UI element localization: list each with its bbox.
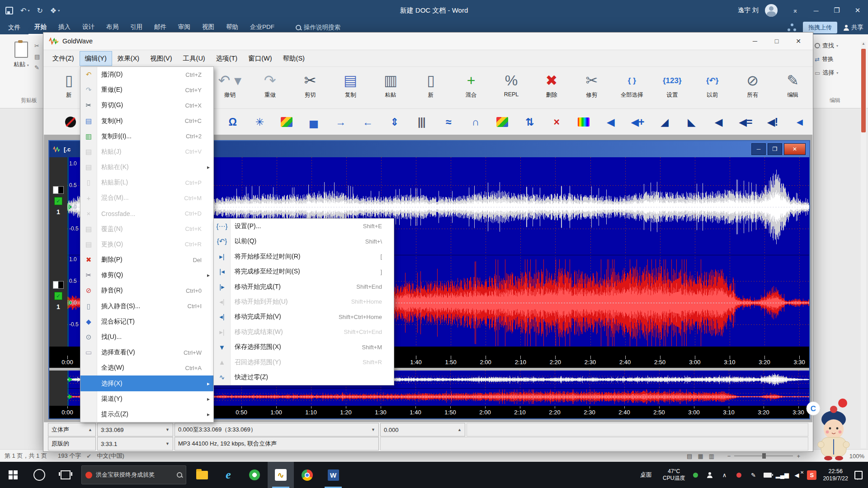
read-mode-icon[interactable]: ▤ xyxy=(687,453,692,460)
toolbar-button[interactable]: ⊘所有 xyxy=(732,67,773,107)
effect-button[interactable]: ◀= xyxy=(732,112,759,132)
action-center-button[interactable] xyxy=(854,471,863,479)
effect-button[interactable]: Ω xyxy=(219,112,246,132)
web-layout-icon[interactable]: ▥ xyxy=(709,453,714,460)
effect-button[interactable] xyxy=(570,112,597,132)
tab-引用[interactable]: 引用 xyxy=(124,20,148,34)
edit-menu-item[interactable]: 渠道(Y)▸ xyxy=(80,391,213,407)
ribbon-display-options-button[interactable]: ⌅ xyxy=(785,0,806,21)
tab-帮助[interactable]: 帮助 xyxy=(220,20,244,34)
select-submenu-item[interactable]: {⋯}设置(P)...Shift+E xyxy=(214,219,394,234)
edit-menu-item[interactable]: ×Crossfade...Ctrl+D xyxy=(80,206,213,221)
toolbar-button[interactable]: ✖删除 xyxy=(531,67,571,107)
edit-menu-item[interactable]: ↷重做(E)Ctrl+Y xyxy=(80,82,213,98)
channel-enabled-checkbox[interactable]: ✓ xyxy=(54,292,62,300)
selection-field[interactable]: 0.000至3:33.069（3:33.069）▼ xyxy=(175,423,379,436)
goldwave-taskbar-button[interactable]: ∿ xyxy=(268,462,294,488)
menubar-item[interactable]: 帮助(S) xyxy=(278,51,310,66)
tab-file[interactable]: 文件 xyxy=(0,21,28,34)
toolbar-button[interactable]: ✎编辑 xyxy=(773,67,813,107)
user-tray-icon[interactable] xyxy=(706,471,714,479)
select-submenu-item[interactable]: |◂将完成移至经过时间(S)] xyxy=(214,264,394,279)
start-button[interactable] xyxy=(0,462,26,488)
sogou-input-icon[interactable]: S xyxy=(807,470,816,480)
tab-邮件[interactable]: 邮件 xyxy=(148,20,172,34)
edit-menu-item[interactable]: ▭选择查看(V)Ctrl+W xyxy=(80,345,213,360)
effect-button[interactable]: ⇅ xyxy=(516,112,543,132)
maximize-button[interactable]: ❐ xyxy=(826,0,847,21)
antivirus-tray-icon[interactable] xyxy=(691,471,699,479)
desktop-peek-button[interactable]: 桌面 xyxy=(640,471,656,479)
zoom-thumb[interactable] xyxy=(762,453,766,459)
dropdown-icon[interactable]: ▼ xyxy=(162,427,170,432)
toolbar-button[interactable]: ▯新 xyxy=(411,67,451,107)
effect-button[interactable]: ◀ xyxy=(705,112,732,132)
toolbar-button[interactable]: %REPL xyxy=(491,67,531,107)
edit-menu-item[interactable]: ◆混合标记(T) xyxy=(80,314,213,329)
task-view-button[interactable] xyxy=(52,462,79,488)
select-submenu-item[interactable]: ∿快进过零(Z) xyxy=(214,370,394,385)
zoom-track[interactable] xyxy=(734,455,793,456)
edit-menu-item[interactable]: ↶撤消(D)Ctrl+Z xyxy=(80,67,213,82)
select-submenu-item[interactable]: |▸移动开始完成(T)Shift+End xyxy=(214,279,394,294)
edit-menu-item[interactable]: ✂修剪(Q)▸ xyxy=(80,267,213,283)
tab-插入[interactable]: 插入 xyxy=(52,20,76,34)
language-indicator[interactable]: 中文(中国) xyxy=(97,452,124,460)
edit-menu-item[interactable]: ✂剪切(G)Ctrl+X xyxy=(80,98,213,113)
effect-button[interactable]: ||| xyxy=(408,112,435,132)
find-button[interactable]: 查找▾ xyxy=(815,39,860,52)
channel-balance-icon[interactable] xyxy=(53,281,64,289)
effect-button[interactable]: ✳ xyxy=(246,112,273,132)
select-button[interactable]: ▭选择▾ xyxy=(815,66,860,80)
restore-button[interactable]: ❐ xyxy=(768,143,782,155)
edit-menu-item[interactable]: ▤更换(O)Ctrl+R xyxy=(80,237,213,252)
pen-tray-icon[interactable]: ✎ xyxy=(749,471,757,479)
effect-button[interactable]: ← xyxy=(354,112,381,132)
select-submenu-item[interactable]: ▸|将开始移至经过时间(R)[ xyxy=(214,249,394,264)
cortana-button[interactable] xyxy=(26,462,52,488)
menubar-item[interactable]: 编辑(Y) xyxy=(80,51,112,66)
chrome-button[interactable] xyxy=(294,462,320,488)
edit-menu-item[interactable]: ▤粘贴(J)Ctrl+V xyxy=(80,144,213,160)
file-explorer-button[interactable] xyxy=(189,462,215,488)
browser-button[interactable] xyxy=(241,462,268,488)
edit-menu-item[interactable]: ▤复制(H)Ctrl+C xyxy=(80,113,213,129)
maximize-button[interactable]: □ xyxy=(768,34,786,48)
toolbar-button[interactable]: {123}设置 xyxy=(652,67,692,107)
effect-button[interactable]: ⇕ xyxy=(381,112,408,132)
minimize-button[interactable]: ─ xyxy=(806,0,826,21)
tab-企业PDF[interactable]: 企业PDF xyxy=(244,20,280,34)
length2-field[interactable]: 3:33.1▼ xyxy=(97,437,173,450)
quality-field[interactable]: 原版的 xyxy=(48,437,96,450)
effect-button[interactable]: ◄ xyxy=(786,112,813,132)
toolbar-button[interactable]: ↷重做 xyxy=(250,67,290,107)
select-submenu-item[interactable]: ◂|移动完成开始(V)Shift+Ctrl+Home xyxy=(214,310,394,324)
menubar-item[interactable]: 选项(T) xyxy=(211,51,243,66)
edit-menu-item[interactable]: ▯粘贴新(L)Ctrl+P xyxy=(80,175,213,190)
print-layout-icon[interactable]: ▦ xyxy=(698,453,703,460)
toolbar-button[interactable]: ↶ ▾撤销 xyxy=(210,67,250,107)
edit-menu-item[interactable]: 提示点(Z)▸ xyxy=(80,407,213,422)
edit-menu-item[interactable]: ▤粘贴在(K)▸ xyxy=(80,160,213,175)
close-button[interactable]: ✕ xyxy=(847,0,868,21)
edit-menu-item[interactable]: 选择(X)▸ xyxy=(80,375,213,391)
format-painter-icon[interactable]: ✎ xyxy=(34,64,40,71)
effect-button[interactable]: ▅ xyxy=(300,112,327,132)
minimize-button[interactable]: ─ xyxy=(751,143,766,155)
select-submenu-item[interactable]: ◂|移动开始到开始(U)Shift+Home xyxy=(214,294,394,309)
word-count[interactable]: 193 个字 xyxy=(58,452,81,460)
effect-button[interactable]: ◀! xyxy=(759,112,786,132)
recording-tray-icon[interactable] xyxy=(735,471,743,479)
toolbar-button[interactable]: +混合 xyxy=(451,67,491,107)
battery-icon[interactable] xyxy=(764,471,772,479)
tab-审阅[interactable]: 审阅 xyxy=(172,20,196,34)
spinner-up-icon[interactable]: ▲ xyxy=(85,427,92,432)
channel-balance-icon[interactable] xyxy=(53,186,64,194)
select-submenu-item[interactable]: ▲召回选择范围(Y)Shift+R xyxy=(214,355,394,370)
zoom-slider[interactable]: − + xyxy=(727,453,800,460)
paste-button[interactable]: 粘贴 ▾ xyxy=(11,42,32,87)
zoom-out-icon[interactable]: − xyxy=(727,453,731,460)
edit-menu-item[interactable]: ⊙找(U)... xyxy=(80,329,213,345)
cut-icon[interactable]: ✂ xyxy=(34,42,40,49)
close-button[interactable]: ✕ xyxy=(784,143,806,155)
